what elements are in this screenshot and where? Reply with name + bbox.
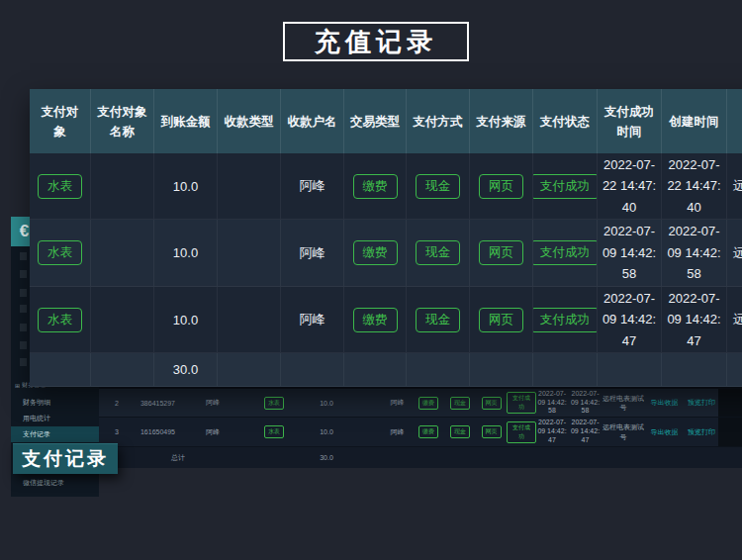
link-label: 导出收据 <box>651 399 679 406</box>
pay-source-badge: 网页 <box>479 174 523 199</box>
cell-user: 远程电表测试号 <box>603 394 644 412</box>
table-row: 水表 10.0 阿峰 缴费 现金 网页 支付成功 2022-07- 09 14:… <box>30 287 742 353</box>
cell-trade-type: 缴费 <box>344 220 407 287</box>
cell-order-id: 386415297 <box>135 400 181 407</box>
cell-row-index: 3 <box>99 428 135 435</box>
sidebar-item-payment-records[interactable]: 支付记录 <box>11 426 99 442</box>
col-trade-type: 交易类型 <box>344 89 407 153</box>
water-meter-badge: 水表 <box>38 240 82 265</box>
sidebar-ghost-item <box>20 270 27 278</box>
table-row: 水表 10.0 阿峰 缴费 现金 网页 支付成功 2022-07- 22 14:… <box>30 153 742 220</box>
cell-create-time: 2022-07- 09 14:42: 58 <box>568 390 603 416</box>
sidebar-item-label: 支付记录 <box>23 429 50 439</box>
cell-create-time: 2022-07- 09 14:42: 47 <box>568 419 603 444</box>
table-total-row: 总计 30.0 <box>99 446 742 468</box>
cell-filler <box>718 418 742 446</box>
cell-success-time: 2022-07- 09 14:42: 47 <box>598 287 662 353</box>
cell-pay-target-name <box>91 287 154 353</box>
sidebar-ghost-item <box>20 324 27 331</box>
cell-empty <box>218 353 281 387</box>
cell-success-time: 2022-07- 09 14:42: 47 <box>536 419 568 444</box>
cell-account-name: 阿峰 <box>281 153 344 220</box>
pay-status-badge: 支付成功 <box>507 392 536 414</box>
background-table: 2 386415297 阿峰 水表 10.0 阿峰 缴费 现金 网页 支付成功 … <box>99 387 742 468</box>
cell-pay-source: 网页 <box>470 220 533 287</box>
cell-amount: 10.0 <box>154 220 218 287</box>
sidebar-ghost-item <box>20 252 27 260</box>
cell-row-index: 2 <box>99 400 135 407</box>
col-amount: 到账金额 <box>154 89 218 153</box>
cell-order-id: 161650495 <box>135 428 181 435</box>
cell-trade-type: 缴费 <box>344 153 407 220</box>
col-pay-source: 支付来源 <box>470 89 533 153</box>
col-clipped <box>727 89 742 153</box>
cell-pay-status: 支付成功 <box>507 421 536 443</box>
cell-create-time: 2022-07- 22 14:47: 40 <box>662 153 727 220</box>
col-pay-target: 支付对象 <box>30 89 91 153</box>
cell-pay-source: 网页 <box>476 425 507 438</box>
water-meter-badge: 水表 <box>38 174 82 199</box>
cell-success-time: 2022-07- 09 14:42: 58 <box>598 220 662 287</box>
cell-pay-status: 支付成功 <box>533 287 598 353</box>
cell-collect-type <box>218 153 281 220</box>
pay-status-badge: 支付成功 <box>533 240 598 265</box>
cell-pay-source: 网页 <box>470 153 533 220</box>
cell-account-name: 阿峰 <box>281 220 344 287</box>
cell-pay-status: 支付成功 <box>533 153 598 220</box>
trade-type-badge: 缴费 <box>418 425 438 438</box>
cell-success-time: 2022-07- 22 14:47: 40 <box>598 153 662 220</box>
cell-pay-method: 现金 <box>444 425 476 438</box>
col-pay-status: 支付状态 <box>533 89 598 153</box>
pay-method-badge: 现金 <box>450 425 470 438</box>
cell-pay-method: 现金 <box>407 287 470 353</box>
cell-success-time: 2022-07- 09 14:42: 58 <box>536 390 568 416</box>
recharge-records-table: 支付对象 支付对象名称 到账金额 收款类型 收款户名 交易类型 支付方式 支付来… <box>30 89 742 387</box>
cell-empty <box>281 353 344 387</box>
cell-total-label: 总计 <box>135 453 222 463</box>
cell-account: 阿峰 <box>382 427 413 437</box>
link-label: 预览打印 <box>688 399 715 406</box>
sidebar-ghost-item <box>20 289 27 297</box>
page: 充值记录 € ⊞ 财务管理 ⌃ 财务明细 用电统计 支付记录 微信提现记录 <box>0 0 742 560</box>
table-header-row: 支付对象 支付对象名称 到账金额 收款类型 收款户名 交易类型 支付方式 支付来… <box>30 89 742 153</box>
pay-method-badge: 现金 <box>416 308 460 332</box>
col-pay-target-name: 支付对象名称 <box>91 89 154 153</box>
cell-pay-method: 现金 <box>407 153 470 220</box>
pay-method-badge: 现金 <box>416 240 460 265</box>
cell-payer: 阿峰 <box>181 398 244 408</box>
callout-label: 支付记录 <box>22 446 109 472</box>
cell-meter-tag: 水表 <box>244 425 304 438</box>
sidebar-item-finance-detail[interactable]: 财务明细 <box>11 395 99 411</box>
page-title: 充值记录 <box>315 25 437 59</box>
water-meter-badge: 水表 <box>264 425 284 438</box>
table-row: 水表 10.0 阿峰 缴费 现金 网页 支付成功 2022-07- 09 14:… <box>30 220 742 287</box>
sidebar-item-wechat-withdraw[interactable]: 微信提现记录 <box>11 475 99 491</box>
cell-empty <box>91 353 154 387</box>
cell-trade-type: 缴费 <box>344 287 407 353</box>
export-receipt-link[interactable]: 导出收据 <box>644 427 685 437</box>
cell-pay-source: 网页 <box>470 287 533 353</box>
link-label: 导出收据 <box>651 428 679 435</box>
cell-collect-type <box>218 220 281 287</box>
cell-account-name: 阿峰 <box>281 287 344 353</box>
cell-empty <box>344 353 407 387</box>
cell-pay-target: 水表 <box>30 220 91 287</box>
preview-print-link[interactable]: 预览打印 <box>685 398 718 408</box>
pay-source-badge: 网页 <box>482 397 502 410</box>
cell-pay-source: 网页 <box>476 397 507 410</box>
cell-total-amount: 30.0 <box>154 353 218 387</box>
link-label: 预览打印 <box>688 428 715 435</box>
sidebar-item-power-stats[interactable]: 用电统计 <box>11 411 99 426</box>
cell-empty <box>662 353 727 387</box>
sidebar-item-label: 微信提现记录 <box>23 478 64 488</box>
cell-trade-type: 缴费 <box>413 397 444 410</box>
trade-type-badge: 缴费 <box>353 174 398 199</box>
cell-payer: 阿峰 <box>181 427 244 437</box>
export-receipt-link[interactable]: 导出收据 <box>644 398 685 408</box>
cell-pay-target: 水表 <box>30 153 91 220</box>
cell-amount: 10.0 <box>304 400 349 407</box>
preview-print-link[interactable]: 预览打印 <box>685 427 718 437</box>
cell-meter-tag: 水表 <box>244 397 304 410</box>
sidebar-item-label: 财务明细 <box>23 398 50 408</box>
cell-pay-status: 支付成功 <box>507 392 536 414</box>
